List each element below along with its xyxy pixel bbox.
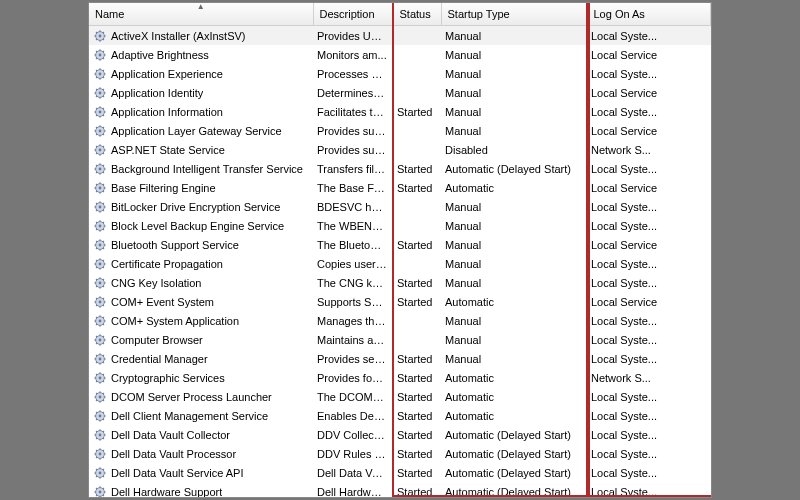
svg-point-181 xyxy=(99,376,102,379)
table-row[interactable]: Application IdentityDetermines a...Manua… xyxy=(89,83,711,102)
table-row[interactable]: Bluetooth Support ServiceThe Bluetoot...… xyxy=(89,235,711,254)
table-row[interactable]: Application ExperienceProcesses ap...Man… xyxy=(89,64,711,83)
services-table[interactable]: ▲Name Description Status Startup Type Lo… xyxy=(89,3,711,498)
table-row[interactable]: Certificate PropagationCopies user c...M… xyxy=(89,254,711,273)
svg-line-199 xyxy=(96,399,97,400)
table-row[interactable]: COM+ System ApplicationManages the ...Ma… xyxy=(89,311,711,330)
table-row[interactable]: Computer BrowserMaintains an ...ManualLo… xyxy=(89,330,711,349)
svg-point-151 xyxy=(99,319,102,322)
svg-line-139 xyxy=(96,285,97,286)
svg-point-241 xyxy=(99,490,102,493)
service-name-label: COM+ Event System xyxy=(111,296,214,308)
column-header-startup-type[interactable]: Startup Type xyxy=(441,3,587,26)
svg-point-11 xyxy=(99,53,102,56)
table-row[interactable]: Dell Data Vault Service APIDell Data Vau… xyxy=(89,463,711,482)
service-name-label: BitLocker Drive Encryption Service xyxy=(111,201,280,213)
service-status: Started xyxy=(393,406,441,425)
table-row[interactable]: Dell Data Vault ProcessorDDV Rules Pr...… xyxy=(89,444,711,463)
service-log-on-as: Local Service xyxy=(587,235,711,254)
svg-line-159 xyxy=(96,323,97,324)
service-icon xyxy=(93,314,107,328)
svg-line-27 xyxy=(103,76,104,77)
service-log-on-as: Local Syste... xyxy=(587,311,711,330)
column-header-name[interactable]: ▲Name xyxy=(89,3,313,26)
table-row[interactable]: Dell Data Vault CollectorDDV Collecto...… xyxy=(89,425,711,444)
svg-line-149 xyxy=(96,304,97,305)
service-status: Started xyxy=(393,292,441,311)
svg-point-121 xyxy=(99,262,102,265)
table-row[interactable]: Application InformationFacilitates the..… xyxy=(89,102,711,121)
service-icon xyxy=(93,295,107,309)
table-row[interactable]: Cryptographic ServicesProvides four ...S… xyxy=(89,368,711,387)
service-startup-type: Automatic xyxy=(441,292,587,311)
svg-line-226 xyxy=(96,449,97,450)
table-row[interactable]: Adaptive BrightnessMonitors am...ManualL… xyxy=(89,45,711,64)
svg-line-36 xyxy=(96,88,97,89)
service-description: DDV Rules Pr... xyxy=(313,444,393,463)
service-status: Started xyxy=(393,387,441,406)
service-status xyxy=(393,83,441,102)
table-row[interactable]: Base Filtering EngineThe Base Filte...St… xyxy=(89,178,711,197)
service-name-label: DCOM Server Process Launcher xyxy=(111,391,272,403)
table-row[interactable]: Credential ManagerProvides secu...Starte… xyxy=(89,349,711,368)
svg-line-229 xyxy=(96,456,97,457)
svg-line-147 xyxy=(103,304,104,305)
service-startup-type: Manual xyxy=(441,330,587,349)
service-startup-type: Disabled xyxy=(441,140,587,159)
svg-line-106 xyxy=(96,221,97,222)
service-log-on-as: Local Service xyxy=(587,121,711,140)
svg-line-56 xyxy=(96,126,97,127)
svg-point-131 xyxy=(99,281,102,284)
svg-point-211 xyxy=(99,433,102,436)
service-name-label: Credential Manager xyxy=(111,353,208,365)
table-row[interactable]: COM+ Event SystemSupports Syst...Started… xyxy=(89,292,711,311)
svg-line-119 xyxy=(96,247,97,248)
table-row[interactable]: BitLocker Drive Encryption ServiceBDESVC… xyxy=(89,197,711,216)
table-row[interactable]: DCOM Server Process LauncherThe DCOMLA..… xyxy=(89,387,711,406)
table-row[interactable]: CNG Key IsolationThe CNG key ...StartedM… xyxy=(89,273,711,292)
table-row[interactable]: ASP.NET State ServiceProvides sup...Disa… xyxy=(89,140,711,159)
service-status xyxy=(393,216,441,235)
service-status: Started xyxy=(393,102,441,121)
svg-line-219 xyxy=(96,437,97,438)
service-name-label: Bluetooth Support Service xyxy=(111,239,239,251)
table-row[interactable]: Dell Hardware SupportDell Hardwar...Star… xyxy=(89,482,711,498)
svg-point-231 xyxy=(99,471,102,474)
table-row[interactable]: ActiveX Installer (AxInstSV)Provides Use… xyxy=(89,26,711,46)
svg-line-38 xyxy=(103,88,104,89)
svg-line-179 xyxy=(96,361,97,362)
svg-line-129 xyxy=(96,266,97,267)
column-header-status[interactable]: Status xyxy=(393,3,441,26)
svg-line-117 xyxy=(103,247,104,248)
service-status xyxy=(393,121,441,140)
service-description: The Bluetoot... xyxy=(313,235,393,254)
svg-line-66 xyxy=(96,145,97,146)
table-row[interactable]: Application Layer Gateway ServiceProvide… xyxy=(89,121,711,140)
service-log-on-as: Local Syste... xyxy=(587,425,711,444)
service-status xyxy=(393,26,441,46)
svg-line-96 xyxy=(96,202,97,203)
service-name-label: Application Experience xyxy=(111,68,223,80)
table-row[interactable]: Dell Client Management ServiceEnables De… xyxy=(89,406,711,425)
service-icon xyxy=(93,333,107,347)
table-row[interactable]: Background Intelligent Transfer ServiceT… xyxy=(89,159,711,178)
service-description: Copies user c... xyxy=(313,254,393,273)
service-icon xyxy=(93,485,107,499)
column-header-description[interactable]: Description xyxy=(313,3,393,26)
service-name-label: Computer Browser xyxy=(111,334,203,346)
column-header-log-on-as[interactable]: Log On As xyxy=(587,3,711,26)
svg-point-161 xyxy=(99,338,102,341)
service-log-on-as: Local Syste... xyxy=(587,159,711,178)
svg-line-69 xyxy=(96,152,97,153)
svg-point-1 xyxy=(99,34,102,37)
service-log-on-as: Local Syste... xyxy=(587,330,711,349)
svg-line-89 xyxy=(96,190,97,191)
svg-line-68 xyxy=(103,145,104,146)
service-log-on-as: Local Syste... xyxy=(587,349,711,368)
table-row[interactable]: Block Level Backup Engine ServiceThe WBE… xyxy=(89,216,711,235)
svg-line-246 xyxy=(96,487,97,488)
service-startup-type: Manual xyxy=(441,45,587,64)
service-startup-type: Automatic (Delayed Start) xyxy=(441,444,587,463)
svg-point-221 xyxy=(99,452,102,455)
svg-point-191 xyxy=(99,395,102,398)
